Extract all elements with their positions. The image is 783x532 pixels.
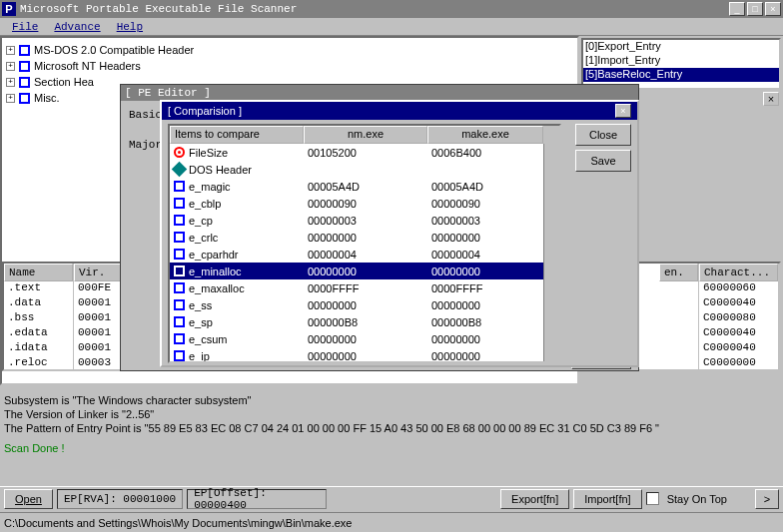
comparison-window[interactable]: [ Comparision ] × Items to compare nm.ex… — [160, 100, 639, 367]
table-row[interactable]: e_ip0000000000000000 — [170, 347, 559, 363]
row-value-1: 0000FFFF — [304, 282, 427, 294]
ep-rva-field: EP[RVA]: 00001000 — [57, 489, 183, 509]
table-row[interactable]: e_cparhdr0000000400000004 — [170, 246, 559, 263]
main-titlebar: P Microsoft Portable Executable File Sca… — [0, 0, 783, 18]
open-button[interactable]: Open — [4, 489, 53, 509]
export-button[interactable]: Export[fn] — [500, 489, 569, 509]
table-row[interactable]: e_csum0000000000000000 — [170, 330, 559, 347]
expand-icon[interactable]: + — [6, 94, 15, 103]
row-value-1: 00005A4D — [304, 181, 427, 193]
next-button[interactable]: > — [755, 489, 779, 509]
cell: C0000040 — [699, 326, 778, 341]
cell: 000FE — [74, 281, 123, 296]
col-make[interactable]: make.exe — [427, 126, 543, 144]
cell[interactable]: .text — [4, 281, 73, 296]
menu-file[interactable]: File — [4, 21, 46, 33]
row-value-1: 00000000 — [304, 350, 427, 362]
row-value-2: 00000000 — [427, 333, 551, 345]
row-label: e_csum — [189, 333, 228, 345]
cell[interactable]: .edata — [4, 326, 73, 341]
cell[interactable]: .idata — [4, 341, 73, 356]
col-items[interactable]: Items to compare — [170, 126, 304, 144]
cbox-icon — [174, 232, 185, 243]
cell: 60000060 — [699, 281, 778, 296]
row-value-2: 00000000 — [427, 299, 551, 311]
node-icon — [19, 77, 30, 88]
col-header-en[interactable]: en. — [659, 264, 698, 281]
row-value-2: 00000004 — [427, 249, 551, 261]
list-item[interactable]: [1]Import_Entry — [583, 54, 779, 68]
comparison-close-button[interactable]: × — [615, 104, 631, 118]
row-label: e_magic — [189, 181, 231, 193]
table-row[interactable]: e_cblp0000009000000090 — [170, 195, 559, 212]
info-linker: The Version of Linker is "2..56" — [4, 407, 659, 421]
cell: C0000000 — [699, 356, 778, 371]
row-value-2: 000000B8 — [427, 316, 551, 328]
expand-icon[interactable]: + — [6, 78, 15, 87]
row-value-2: 00000000 — [427, 232, 551, 244]
table-row[interactable]: e_crlc0000000000000000 — [170, 229, 559, 246]
table-row[interactable]: e_sp000000B8000000B8 — [170, 313, 559, 330]
table-row[interactable]: e_ss0000000000000000 — [170, 296, 559, 313]
cell: 00001 — [74, 326, 123, 341]
table-row[interactable]: e_cp0000000300000003 — [170, 212, 559, 229]
row-label: DOS Header — [189, 164, 252, 176]
window-title: Microsoft Portable Executable File Scann… — [20, 3, 729, 15]
row-value-2: 0000FFFF — [427, 282, 551, 294]
col-header-vir[interactable]: Vir. — [74, 264, 123, 281]
col-header-charact[interactable]: Charact... — [699, 264, 778, 281]
table-row[interactable]: FileSize001052000006B400 — [170, 144, 559, 161]
info-subsystem: Subsystem is "The Windows character subs… — [4, 393, 659, 407]
row-label: e_ip — [189, 350, 210, 362]
row-label: FileSize — [189, 147, 228, 159]
cell: 00003 — [74, 356, 123, 371]
cell: C0000040 — [699, 296, 778, 311]
scrollbar[interactable] — [543, 144, 559, 361]
row-value-1: 00105200 — [304, 147, 427, 159]
close-button[interactable]: × — [765, 2, 781, 16]
expand-icon[interactable]: + — [6, 46, 15, 55]
table-row[interactable]: DOS Header — [170, 161, 559, 178]
row-label: e_ss — [189, 299, 212, 311]
tree-item[interactable]: +MS-DOS 2.0 Compatible Header — [6, 42, 573, 58]
list-item[interactable]: [0]Export_Entry — [583, 40, 779, 54]
cell[interactable]: .bss — [4, 311, 73, 326]
table-row[interactable]: e_minalloc0000000000000000 — [170, 263, 559, 279]
app-icon: P — [2, 2, 16, 16]
comparison-table[interactable]: Items to compare nm.exe make.exe FileSiz… — [168, 124, 561, 363]
list-item-selected[interactable]: [5]BaseReloc_Entry — [583, 68, 779, 82]
row-label: e_cparhdr — [189, 249, 239, 261]
expand-icon[interactable]: + — [6, 62, 15, 71]
minimize-button[interactable]: _ — [729, 2, 745, 16]
stay-on-top-checkbox[interactable] — [646, 492, 659, 505]
row-value-1: 00000000 — [304, 266, 427, 277]
bottom-toolbar: Open EP[RVA]: 00001000 EP[Offset]: 00000… — [0, 486, 783, 510]
info-pattern: The Pattern of Entry Point is "55 89 E5 … — [4, 421, 659, 435]
pe-editor-title[interactable]: [ PE Editor ] — [121, 85, 638, 101]
row-value-1: 000000B8 — [304, 316, 427, 328]
col-header-name[interactable]: Name — [4, 264, 73, 281]
save-button[interactable]: Save — [575, 150, 631, 172]
row-value-1: 00000090 — [304, 198, 427, 210]
close-button[interactable]: Close — [575, 124, 631, 146]
comparison-titlebar[interactable]: [ Comparision ] × — [162, 102, 637, 120]
cbox-icon — [174, 316, 185, 327]
row-label: e_maxalloc — [189, 282, 245, 294]
table-row[interactable]: e_maxalloc0000FFFF0000FFFF — [170, 279, 559, 296]
status-bar: C:\Documents and Settings\Whois\My Docum… — [0, 512, 783, 532]
col-nm[interactable]: nm.exe — [304, 126, 427, 144]
cell[interactable]: .data — [4, 296, 73, 311]
cbox-icon — [174, 215, 185, 226]
cell: 00001 — [74, 296, 123, 311]
table-row[interactable]: e_magic00005A4D00005A4D — [170, 178, 559, 195]
entries-list[interactable]: [0]Export_Entry [1]Import_Entry [5]BaseR… — [581, 38, 781, 90]
import-button[interactable]: Import[fn] — [573, 489, 641, 509]
tree-item[interactable]: +Microsoft NT Headers — [6, 58, 573, 74]
row-value-2: 00005A4D — [427, 181, 551, 193]
maximize-button[interactable]: □ — [747, 2, 763, 16]
menu-help[interactable]: Help — [109, 21, 151, 33]
menu-advance[interactable]: Advance — [46, 21, 108, 33]
cell[interactable]: .reloc — [4, 356, 73, 371]
entries-close-button[interactable]: × — [763, 92, 779, 106]
comparison-title: [ Comparision ] — [168, 105, 615, 117]
